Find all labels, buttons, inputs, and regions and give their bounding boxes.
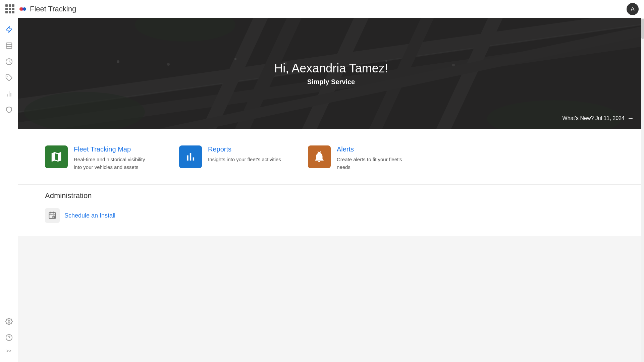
feature-card-reports[interactable]: Reports Insights into your fleet's activ… bbox=[179, 145, 281, 171]
hero-content: Hi, Aexandria Tamez! Simply Service bbox=[18, 18, 644, 129]
feature-cards-section: Fleet Tracking Map Real-time and histori… bbox=[18, 129, 644, 184]
alerts-icon-box bbox=[308, 145, 331, 168]
feature-card-alerts[interactable]: Alerts Create alerts to fit your fleet's… bbox=[308, 145, 415, 171]
top-header: Fleet Tracking A bbox=[0, 0, 644, 18]
card-text-map: Fleet Tracking Map Real-time and histori… bbox=[74, 145, 152, 171]
sidebar-item-help[interactable] bbox=[2, 330, 16, 345]
administration-title: Administration bbox=[45, 191, 617, 200]
reports-icon bbox=[184, 150, 197, 163]
schedule-install-item[interactable]: Schedule an Install bbox=[45, 208, 617, 223]
card-text-reports: Reports Insights into your fleet's activ… bbox=[208, 145, 281, 164]
content-area: Hi, Aexandria Tamez! Simply Service What… bbox=[18, 18, 644, 362]
arrow-icon: → bbox=[627, 114, 634, 122]
sidebar-expand-button[interactable]: >> bbox=[4, 346, 13, 355]
card-title-map: Fleet Tracking Map bbox=[74, 145, 152, 153]
svg-rect-3 bbox=[6, 43, 12, 49]
administration-section: Administration Schedule an Install bbox=[18, 184, 644, 236]
map-icon bbox=[50, 150, 63, 163]
card-desc-map: Real-time and historical visibility into… bbox=[74, 156, 152, 171]
grid-menu-icon[interactable] bbox=[5, 4, 14, 13]
feature-card-map[interactable]: Fleet Tracking Map Real-time and histori… bbox=[45, 145, 152, 171]
brand-icon bbox=[18, 5, 27, 13]
hero-banner: Hi, Aexandria Tamez! Simply Service What… bbox=[18, 18, 644, 129]
avatar[interactable]: A bbox=[627, 3, 639, 15]
map-icon-box bbox=[45, 145, 68, 168]
card-title-alerts: Alerts bbox=[337, 145, 415, 153]
hero-subtitle: Simply Service bbox=[307, 78, 355, 86]
sidebar-item-settings[interactable] bbox=[2, 314, 16, 329]
sidebar-bottom: >> bbox=[2, 314, 16, 358]
sidebar: >> bbox=[0, 18, 18, 362]
sidebar-item-rocket[interactable] bbox=[2, 22, 16, 37]
card-desc-alerts: Create alerts to fit your fleet's needs bbox=[337, 156, 415, 171]
sidebar-item-shield[interactable] bbox=[2, 103, 16, 117]
scrollbar-track bbox=[641, 18, 644, 362]
brand-title: Fleet Tracking bbox=[30, 5, 76, 13]
reports-icon-box bbox=[179, 145, 202, 168]
brand-logo: Fleet Tracking bbox=[18, 5, 76, 13]
alerts-icon bbox=[313, 150, 326, 163]
hero-greeting: Hi, Aexandria Tamez! bbox=[274, 61, 388, 75]
calendar-clock-icon bbox=[48, 211, 57, 220]
svg-point-2 bbox=[22, 7, 24, 11]
sidebar-item-book[interactable] bbox=[2, 38, 16, 53]
hero-whats-new-link[interactable]: What's New? Jul 11, 2024 → bbox=[562, 114, 634, 122]
scrollbar-thumb[interactable] bbox=[641, 19, 644, 39]
sidebar-item-tag[interactable] bbox=[2, 70, 16, 85]
card-text-alerts: Alerts Create alerts to fit your fleet's… bbox=[337, 145, 415, 171]
svg-point-11 bbox=[8, 320, 10, 322]
sidebar-item-clock[interactable] bbox=[2, 54, 16, 69]
schedule-install-icon-box bbox=[45, 208, 60, 223]
header-left: Fleet Tracking bbox=[5, 4, 76, 13]
card-desc-reports: Insights into your fleet's activities bbox=[208, 156, 281, 164]
main-layout: >> bbox=[0, 18, 644, 362]
card-title-reports: Reports bbox=[208, 145, 281, 153]
whats-new-text: What's New? Jul 11, 2024 bbox=[562, 115, 625, 121]
sidebar-item-chart[interactable] bbox=[2, 86, 16, 101]
schedule-install-link[interactable]: Schedule an Install bbox=[64, 212, 115, 219]
